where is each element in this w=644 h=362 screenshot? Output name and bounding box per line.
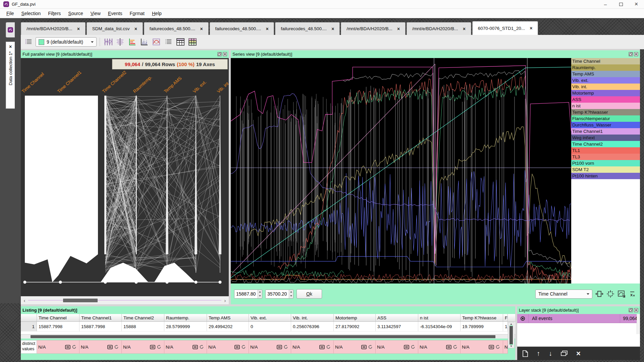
listing-hscrollbar[interactable] (21, 334, 515, 339)
legend-item[interactable]: Vib. int. (571, 84, 640, 90)
table-icon[interactable] (234, 345, 240, 349)
column-header[interactable]: Time Channel (37, 314, 79, 321)
document-tab[interactable]: failurecodes_48.500....× (275, 22, 340, 35)
close-icon[interactable]: × (9, 44, 12, 49)
restore-panel-icon[interactable] (629, 52, 633, 56)
legend-item[interactable]: Time Channel (571, 58, 640, 64)
layer-select-dropdown[interactable]: 9 (default/default) (36, 37, 97, 47)
series-view-header[interactable]: Series view [9 (default/default)] (231, 50, 640, 58)
table-icon[interactable] (404, 345, 409, 349)
tab-close-icon[interactable]: × (266, 26, 268, 32)
parallel-view-header[interactable]: Full parallel view [9 (default/default)] (21, 50, 229, 58)
legend-item[interactable]: ASS (571, 96, 640, 103)
listing-data-row[interactable]: 115887.799815887.79981588828.579999929.4… (21, 322, 515, 331)
export-plot-icon[interactable] (618, 290, 626, 298)
column-header[interactable]: F (503, 314, 508, 321)
fit-all-axes-icon[interactable] (606, 290, 614, 298)
tab-close-icon[interactable]: × (331, 26, 334, 32)
legend-item[interactable]: Durchfluss_Wasser (571, 122, 640, 128)
table-icon[interactable] (277, 345, 282, 349)
bar-chart-icon[interactable] (127, 37, 137, 47)
new-layer-icon[interactable] (523, 350, 528, 357)
sidebar-home-tab[interactable] (6, 22, 15, 38)
refresh-icon[interactable] (199, 345, 204, 349)
parallel-view-hscrollbar[interactable]: ‹ › (21, 296, 229, 304)
histogram-icon[interactable] (139, 37, 149, 47)
menu-help[interactable]: Help (148, 9, 165, 17)
tab-close-icon[interactable]: × (530, 25, 532, 31)
x-min-spinbox[interactable] (234, 290, 262, 299)
scroll-left-icon[interactable]: ‹ (21, 298, 28, 303)
scroll-up-icon[interactable] (510, 323, 512, 325)
document-tab[interactable]: failurecodes_48.500....× (144, 22, 209, 35)
close-panel-icon[interactable] (223, 52, 227, 56)
document-tab[interactable]: SDM_data_list.csv× (87, 22, 143, 35)
parallel-coordinates-plot[interactable]: Time ChannelTime Channel1Time Channel2Ra… (21, 58, 229, 296)
refresh-icon[interactable] (283, 345, 288, 349)
refresh-icon[interactable] (114, 345, 119, 349)
legend-item[interactable]: SDM T2 (571, 166, 640, 173)
menu-selection[interactable]: Selection (18, 9, 45, 17)
channel-select-dropdown[interactable]: Time Channel (535, 290, 592, 299)
layer-vscrollbar[interactable] (637, 314, 640, 334)
close-panel-icon[interactable] (634, 308, 638, 312)
refresh-icon[interactable] (72, 345, 76, 349)
legend-item[interactable]: Vib. ext. (571, 77, 640, 84)
column-header[interactable]: Time Channel1 (79, 314, 122, 321)
legend-item[interactable]: Pt100 hinten (571, 173, 640, 179)
tab-close-icon[interactable]: × (77, 26, 80, 32)
sidebar-tab-data-collection[interactable]: × Data collection 1* (6, 42, 15, 109)
menu-source[interactable]: Source (64, 9, 87, 17)
document-tab[interactable]: 6070-0076_STD1_20...× (472, 21, 538, 35)
delete-layer-icon[interactable]: × (576, 349, 581, 358)
series-plot[interactable] (231, 58, 571, 283)
layer-list-icon[interactable] (23, 37, 34, 47)
listing-vscrollbar[interactable] (508, 322, 515, 348)
minimize-button[interactable]: – (598, 0, 613, 8)
mean-value-icon[interactable]: x (629, 290, 637, 298)
legend-item[interactable]: Time Channel2 (571, 141, 640, 147)
x-min-input[interactable] (234, 290, 258, 298)
refresh-icon[interactable] (241, 345, 246, 349)
scroll-right-icon[interactable]: › (221, 298, 229, 303)
table-icon[interactable] (361, 345, 367, 349)
menu-view[interactable]: View (87, 9, 104, 17)
tab-close-icon[interactable]: × (463, 26, 465, 32)
refresh-icon[interactable] (495, 345, 500, 349)
column-header[interactable]: n ist (418, 314, 461, 321)
document-tab[interactable]: /mnt/e/BDA/H2020/B...× (407, 22, 471, 35)
legend-item[interactable]: Temp K?hlwasser (571, 109, 640, 115)
legend-item[interactable]: n ist (571, 103, 640, 109)
restore-panel-icon[interactable] (217, 52, 222, 56)
colored-table-view-icon[interactable] (187, 37, 198, 47)
column-header[interactable]: Temp AMS (207, 314, 249, 321)
column-header[interactable]: Time Channel2 (122, 314, 164, 321)
listing-view-icon[interactable] (163, 37, 173, 47)
column-header[interactable]: Vib. ext. (249, 314, 291, 321)
column-header[interactable]: Motortemp (334, 314, 376, 321)
legend-item[interactable]: TL3 (571, 154, 640, 160)
tab-close-icon[interactable]: × (135, 26, 137, 32)
x-max-spinbox[interactable] (265, 290, 293, 299)
menu-filters[interactable]: Filters (44, 9, 64, 17)
hscroll-thumb[interactable] (31, 335, 495, 338)
parallel-coordinates-view-icon[interactable] (103, 37, 113, 47)
menu-file[interactable]: File (3, 9, 18, 17)
legend-item[interactable]: Weg int\ext (571, 135, 640, 141)
menu-format[interactable]: Format (126, 9, 148, 17)
table-icon[interactable] (107, 345, 113, 349)
close-button[interactable]: × (629, 0, 644, 8)
tab-close-icon[interactable]: × (200, 26, 203, 32)
listing-header[interactable]: Listing [9 (default/default)] (21, 306, 515, 314)
fit-x-axis-icon[interactable] (595, 290, 603, 298)
single-axis-view-icon[interactable] (115, 37, 125, 47)
legend-item[interactable]: TL1 (571, 147, 640, 154)
table-icon[interactable] (150, 345, 155, 349)
maximize-button[interactable] (613, 0, 629, 8)
column-header[interactable]: ASS (376, 314, 418, 321)
close-panel-icon[interactable] (634, 52, 638, 56)
spin-arrows[interactable] (289, 290, 293, 298)
column-header[interactable]: Temp K?hlwasse (461, 314, 503, 321)
legend-item[interactable]: Time Channel1 (571, 128, 640, 135)
curves-view-icon[interactable] (151, 37, 161, 47)
